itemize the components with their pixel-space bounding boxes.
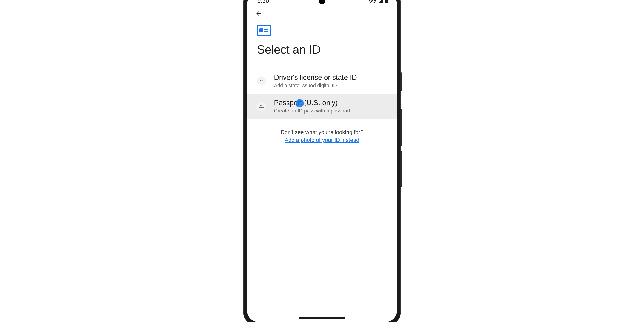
svg-rect-6 bbox=[259, 79, 264, 82]
status-right: 5G bbox=[369, 0, 388, 4]
option-text: Passport (U.S. only) Create an ID pass w… bbox=[274, 99, 387, 114]
gesture-bar[interactable] bbox=[299, 318, 345, 318]
signal-icon bbox=[378, 0, 384, 3]
phone-side-button bbox=[400, 151, 402, 188]
network-label: 5G bbox=[369, 0, 376, 4]
page-title: Select an ID bbox=[257, 42, 387, 56]
svg-rect-2 bbox=[257, 26, 271, 35]
id-card-icon bbox=[259, 79, 264, 83]
content: Select an ID bbox=[247, 20, 397, 143]
option-title: Driver's license or state ID bbox=[274, 73, 387, 82]
battery-icon bbox=[385, 0, 388, 3]
svg-rect-12 bbox=[262, 106, 263, 106]
add-photo-link[interactable]: Add a photo of your ID instead bbox=[285, 137, 359, 143]
option-icon-wrap bbox=[257, 76, 266, 86]
option-title: Passport (U.S. only) bbox=[274, 99, 387, 107]
svg-rect-3 bbox=[260, 28, 263, 32]
svg-rect-4 bbox=[264, 29, 268, 30]
options-list: Driver's license or state ID Add a state… bbox=[247, 68, 397, 119]
svg-rect-8 bbox=[262, 80, 263, 80]
phone-side-button bbox=[400, 72, 402, 91]
option-drivers-license[interactable]: Driver's license or state ID Add a state… bbox=[247, 68, 397, 94]
svg-rect-5 bbox=[264, 31, 268, 32]
status-time: 9:30 bbox=[257, 0, 269, 4]
svg-rect-9 bbox=[262, 81, 263, 81]
id-card-header-icon bbox=[257, 25, 387, 36]
footer: Don't see what you're looking for? Add a… bbox=[257, 129, 387, 143]
option-subtitle: Add a state-issued digital ID bbox=[274, 82, 387, 88]
footer-question: Don't see what you're looking for? bbox=[262, 129, 382, 136]
svg-point-11 bbox=[260, 105, 262, 106]
svg-rect-7 bbox=[260, 80, 261, 81]
screen: 9:30 5G bbox=[247, 0, 397, 322]
back-button[interactable] bbox=[254, 9, 264, 19]
arrow-back-icon bbox=[255, 10, 262, 18]
nav-bar bbox=[247, 8, 397, 20]
touch-indicator bbox=[296, 99, 304, 108]
option-passport[interactable]: Passport (U.S. only) Create an ID pass w… bbox=[247, 94, 397, 119]
option-icon-wrap bbox=[257, 102, 266, 111]
option-text: Driver's license or state ID Add a state… bbox=[274, 73, 387, 88]
option-subtitle: Create an ID pass with a passport bbox=[274, 108, 387, 114]
phone-frame: 9:30 5G bbox=[244, 0, 400, 322]
passport-icon bbox=[259, 104, 264, 108]
svg-rect-1 bbox=[386, 0, 388, 3]
phone-side-button bbox=[400, 109, 402, 146]
